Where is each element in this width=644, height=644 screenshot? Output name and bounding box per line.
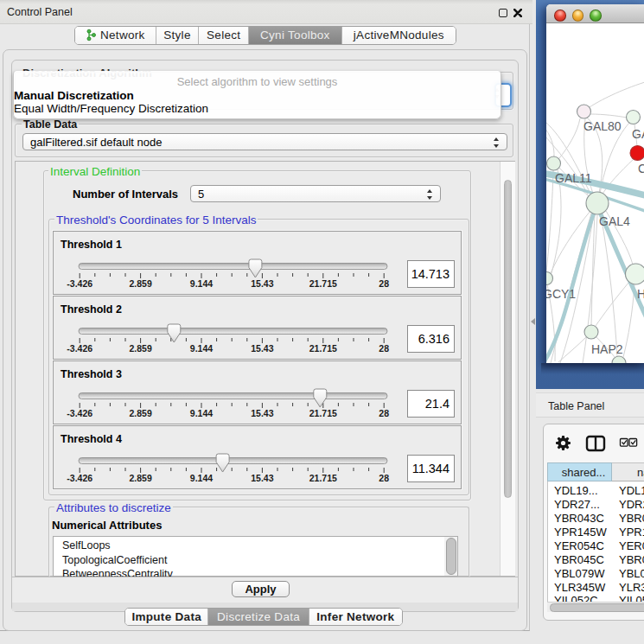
svg-text:GAL80: GAL80 bbox=[583, 119, 622, 133]
svg-text:2.859: 2.859 bbox=[129, 278, 151, 289]
svg-text:-3.426: -3.426 bbox=[67, 408, 92, 418]
svg-text:21.715: 21.715 bbox=[309, 473, 337, 483]
svg-text:21.715: 21.715 bbox=[309, 278, 337, 289]
svg-text:9.144: 9.144 bbox=[190, 278, 213, 289]
svg-text:-3.426: -3.426 bbox=[67, 473, 92, 483]
svg-text:2.859: 2.859 bbox=[129, 408, 151, 418]
svg-text:HAP2: HAP2 bbox=[591, 342, 623, 356]
svg-text:9.144: 9.144 bbox=[190, 408, 213, 418]
svg-text:28: 28 bbox=[379, 343, 389, 354]
svg-text:GCY1: GCY1 bbox=[546, 287, 576, 301]
svg-text:GAL11: GAL11 bbox=[555, 171, 592, 185]
svg-text:15.43: 15.43 bbox=[251, 408, 273, 418]
svg-text:GA: GA bbox=[632, 127, 644, 141]
svg-text:HI: HI bbox=[637, 287, 644, 301]
svg-text:15.43: 15.43 bbox=[251, 343, 273, 354]
svg-text:9.144: 9.144 bbox=[190, 343, 213, 354]
svg-text:21.715: 21.715 bbox=[309, 408, 337, 418]
svg-text:9.144: 9.144 bbox=[190, 473, 213, 483]
svg-text:-3.426: -3.426 bbox=[67, 278, 92, 289]
svg-text:28: 28 bbox=[379, 278, 389, 289]
svg-text:-3.426: -3.426 bbox=[67, 343, 92, 354]
svg-text:2.859: 2.859 bbox=[129, 343, 151, 354]
svg-text:CD: CD bbox=[638, 162, 644, 175]
svg-text:GAL4: GAL4 bbox=[599, 214, 630, 228]
svg-text:15.43: 15.43 bbox=[251, 278, 273, 289]
svg-text:28: 28 bbox=[379, 408, 389, 418]
svg-text:28: 28 bbox=[379, 473, 389, 483]
svg-text:21.715: 21.715 bbox=[309, 343, 337, 354]
svg-text:2.859: 2.859 bbox=[129, 473, 151, 483]
svg-text:15.43: 15.43 bbox=[251, 473, 273, 483]
